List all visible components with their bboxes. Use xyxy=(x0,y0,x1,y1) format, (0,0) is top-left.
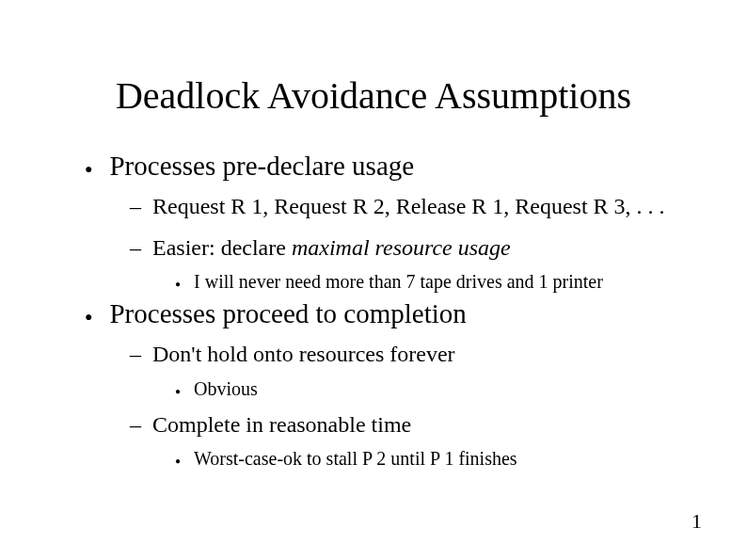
bullet-level2: – Request R 1, Request R 2, Release R 1,… xyxy=(130,191,691,223)
bullet-text: Request R 1, Request R 2, Release R 1, R… xyxy=(152,191,665,223)
disc-bullet-icon: ● xyxy=(175,279,181,289)
bullet-text: Obvious xyxy=(194,378,258,400)
dash-bullet-icon: – xyxy=(130,339,141,371)
text-run: Easier: declare xyxy=(152,235,292,260)
bullet-text: Complete in reasonable time xyxy=(152,409,411,441)
bullet-text: Processes pre-declare usage xyxy=(109,151,414,182)
slide: Deadlock Avoidance Assumptions ● Process… xyxy=(0,0,747,560)
dash-bullet-icon: – xyxy=(130,232,141,264)
bullet-text: Worst-case-ok to stall P 2 until P 1 fin… xyxy=(194,448,517,470)
bullet-level1: ● Processes pre-declare usage xyxy=(85,151,691,182)
dash-bullet-icon: – xyxy=(130,191,141,223)
slide-title: Deadlock Avoidance Assumptions xyxy=(0,73,747,118)
bullet-text: Easier: declare maximal resource usage xyxy=(152,232,511,264)
bullet-level2: – Don't hold onto resources forever xyxy=(130,339,691,371)
disc-bullet-icon: ● xyxy=(175,456,181,466)
bullet-text: I will never need more than 7 tape drive… xyxy=(194,271,603,293)
bullet-text: Don't hold onto resources forever xyxy=(152,339,455,371)
bullet-level1: ● Processes proceed to completion xyxy=(85,298,691,329)
dash-bullet-icon: – xyxy=(130,409,141,441)
disc-bullet-icon: ● xyxy=(85,162,92,177)
bullet-level3: ● Worst-case-ok to stall P 2 until P 1 f… xyxy=(175,448,691,470)
bullet-level3: ● Obvious xyxy=(175,378,691,400)
italic-text: maximal resource usage xyxy=(292,235,511,260)
slide-content: ● Processes pre-declare usage – Request … xyxy=(85,151,691,475)
page-number: 1 xyxy=(691,509,702,534)
bullet-text: Processes proceed to completion xyxy=(109,298,466,329)
disc-bullet-icon: ● xyxy=(85,310,92,325)
bullet-level2: – Easier: declare maximal resource usage xyxy=(130,232,691,264)
disc-bullet-icon: ● xyxy=(175,386,181,396)
bullet-level2: – Complete in reasonable time xyxy=(130,409,691,441)
bullet-level3: ● I will never need more than 7 tape dri… xyxy=(175,271,691,293)
